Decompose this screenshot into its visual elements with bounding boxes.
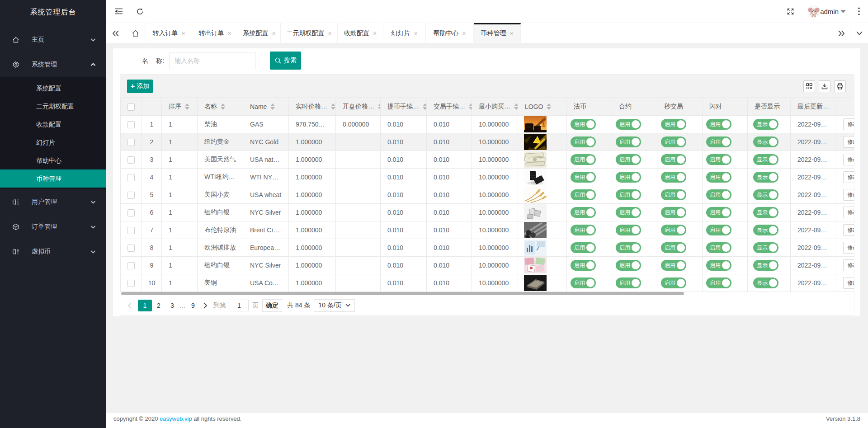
svg-text:OIL: OIL (531, 181, 536, 184)
